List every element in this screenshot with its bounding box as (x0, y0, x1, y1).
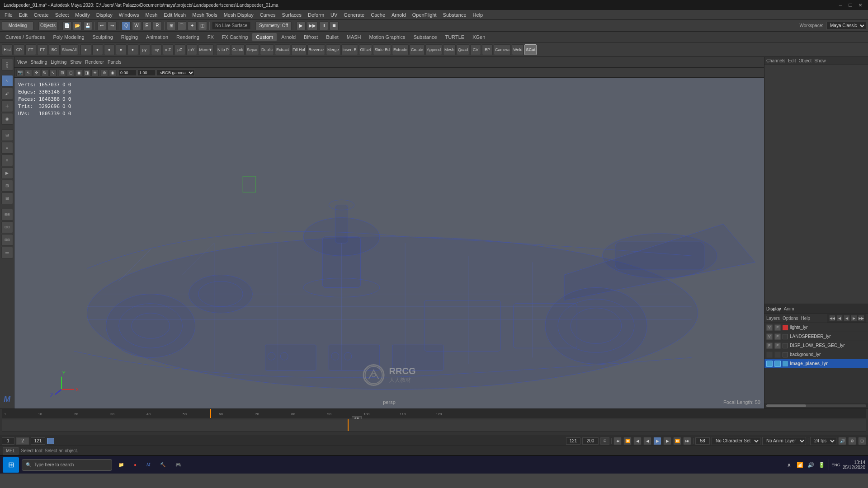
show-tab[interactable]: Show (814, 58, 826, 63)
tab-bifrost[interactable]: Bifrost (300, 33, 321, 41)
taskbar-file-explorer[interactable]: 📁 (115, 457, 127, 473)
display-tab[interactable]: Display (766, 306, 781, 311)
redo-btn[interactable]: ↪ (108, 21, 117, 30)
shelf-show-all[interactable]: ShowAll (61, 44, 78, 55)
menu-arnold[interactable]: Arnold (389, 11, 409, 19)
next-key-btn[interactable]: ⏩ (673, 437, 681, 445)
play-back-btn[interactable]: ◀ (643, 437, 651, 445)
tab-rendering[interactable]: Rendering (173, 33, 203, 41)
menu-curves[interactable]: Curves (257, 11, 278, 19)
vp-menu-show[interactable]: Show (70, 60, 81, 65)
maximize-button[interactable]: □ (846, 1, 854, 9)
snap-view-btn[interactable]: ◫ (198, 21, 207, 30)
taskbar-clock[interactable]: 13:14 25/12/2020 (843, 460, 865, 470)
right-scrollbar[interactable] (764, 403, 868, 408)
layer-imgp-ref[interactable] (774, 361, 781, 367)
symmetry-btn[interactable]: Symmetry: Off (255, 21, 292, 30)
outliner-toggle-btn[interactable]: Out (1, 59, 13, 70)
layer-lights-name[interactable]: lights_lyr (790, 325, 866, 330)
snap-grid-btn[interactable]: ⊞ (167, 21, 176, 30)
attr-btn[interactable]: ≡ (1, 155, 13, 166)
tab-rigging[interactable]: Rigging (118, 33, 142, 41)
layers-prev2[interactable]: ◀ (844, 315, 850, 321)
shelf-extrude[interactable]: Extrude (392, 44, 409, 55)
tab-curves-surfaces[interactable]: Curves / Surfaces (2, 33, 48, 41)
shelf-bc[interactable]: BC (49, 44, 60, 55)
shelf-my[interactable]: my (151, 44, 162, 55)
shelf-my2[interactable]: mY (186, 44, 197, 55)
no-live-surface-status[interactable]: No Live Surface (212, 22, 250, 29)
layer-bg-vis[interactable] (766, 352, 773, 358)
tray-volume[interactable]: 🔊 (807, 461, 815, 469)
shelf-append[interactable]: Append (425, 44, 442, 55)
tray-expand[interactable]: ∧ (785, 461, 793, 469)
object-tab[interactable]: Object (799, 58, 812, 63)
shelf-separ[interactable]: Separ (245, 44, 259, 55)
menu-display[interactable]: Display (94, 11, 115, 19)
layer-lights-vis[interactable]: V (766, 324, 773, 331)
shelf-cv[interactable]: CV (470, 44, 481, 55)
vp-tex-btn[interactable]: ◨ (83, 69, 90, 76)
vp-light-btn[interactable]: ☀ (91, 69, 99, 76)
grid-btn[interactable]: ⊞⊞ (1, 209, 13, 221)
shelf-fillhol[interactable]: Fill Hol (291, 44, 307, 55)
shelf-mesh[interactable]: Mesh (443, 44, 456, 55)
layer-bg-name[interactable]: background_lyr (790, 352, 866, 357)
vp-move-btn[interactable]: ✛ (33, 69, 40, 76)
tab-substance[interactable]: Substance (410, 33, 441, 41)
menu-modify[interactable]: Modify (72, 11, 92, 19)
menu-file[interactable]: File (2, 11, 15, 19)
menu-mesh[interactable]: Mesh (142, 11, 160, 19)
snap-curve-btn[interactable]: ⌒ (177, 21, 186, 30)
vp-menu-shading[interactable]: Shading (31, 60, 47, 65)
vp-wire-btn[interactable]: ◻ (67, 69, 74, 76)
tab-poly-modeling[interactable]: Poly Modeling (49, 33, 88, 41)
shelf-reverse[interactable]: Reverse (307, 44, 326, 55)
layer-lspeeder-name[interactable]: LANDSPEEDER_lyr (790, 334, 866, 339)
rotate-tool-btn[interactable]: E (142, 21, 151, 30)
layers-menu[interactable]: Layers (766, 316, 780, 321)
end-frame-input[interactable] (566, 437, 580, 445)
menu-uv[interactable]: UV (328, 11, 340, 19)
tab-xgen[interactable]: XGen (469, 33, 489, 41)
paint-tool[interactable]: 🖌 (1, 88, 13, 99)
menu-deform[interactable]: Deform (305, 11, 327, 19)
vp-scale-btn[interactable]: ⤡ (49, 69, 57, 76)
fx-btn[interactable]: ⊞ (1, 192, 13, 204)
layers-prev[interactable]: ◀ (836, 315, 843, 321)
shelf-circle4[interactable]: ● (116, 44, 127, 55)
shelf-circle2[interactable]: ● (92, 44, 103, 55)
tab-sculpting[interactable]: Sculpting (89, 33, 117, 41)
shelf-offset[interactable]: Offset (359, 44, 373, 55)
scrollbar-track[interactable] (766, 404, 866, 407)
menu-windows[interactable]: Windows (116, 11, 142, 19)
range-end-input[interactable] (31, 437, 45, 445)
menu-mesh-tools[interactable]: Mesh Tools (189, 11, 220, 19)
ipr-btn[interactable]: ▶▶ (307, 21, 318, 30)
start-frame-input[interactable] (2, 437, 14, 445)
tab-bullet[interactable]: Bullet (322, 33, 342, 41)
menu-edit-mesh[interactable]: Edit Mesh (161, 11, 189, 19)
shelf-cp[interactable]: CP (14, 44, 24, 55)
options-menu[interactable]: Options (783, 316, 798, 321)
vp-value2-input[interactable] (137, 70, 156, 76)
vp-menu-lighting[interactable]: Lighting (51, 60, 66, 65)
range-start-input[interactable] (16, 437, 29, 445)
history-btn[interactable]: ⊞ (1, 129, 13, 141)
shelf-circle3[interactable]: ● (104, 44, 115, 55)
tab-fx[interactable]: FX (204, 33, 217, 41)
move-tool-btn[interactable]: W (132, 21, 141, 30)
soft-sel-btn[interactable]: ◉ (1, 113, 13, 125)
deform-btn[interactable]: ≡≡ (1, 247, 13, 258)
menu-mesh-display[interactable]: Mesh Display (221, 11, 256, 19)
taskbar-maya-app[interactable]: M (143, 457, 154, 473)
render-side-btn[interactable]: ⊞ (1, 180, 13, 192)
layer-disp-name[interactable]: DISP_LOW_RES_GEO_lyr (790, 343, 866, 348)
shelf-py[interactable]: py (139, 44, 150, 55)
range-slider-btn[interactable]: ⊡ (600, 437, 609, 445)
snap-point-btn[interactable]: ✦ (188, 21, 197, 30)
timeline-track[interactable] (2, 419, 866, 432)
anim-tab[interactable]: Anim (784, 306, 794, 311)
layers-next-next[interactable]: ▶▶ (858, 315, 864, 321)
shelf-ep[interactable]: EP (482, 44, 493, 55)
